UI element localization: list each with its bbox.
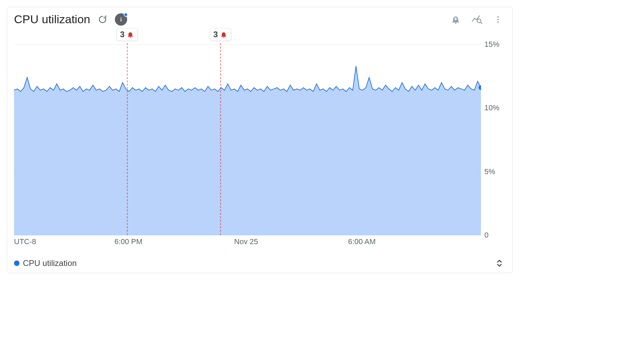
y-tick-label: 15% bbox=[484, 40, 499, 49]
chart-svg bbox=[14, 28, 481, 235]
chart-header: CPU utilization bbox=[14, 13, 506, 26]
alert-count: 3 bbox=[120, 30, 124, 39]
svg-point-6 bbox=[497, 16, 499, 17]
y-tick-label: 5% bbox=[484, 167, 495, 176]
bell-icon bbox=[220, 31, 227, 38]
svg-point-8 bbox=[497, 21, 499, 23]
svg-point-7 bbox=[497, 18, 499, 20]
legend-item[interactable]: CPU utilization bbox=[14, 258, 77, 268]
svg-rect-1 bbox=[121, 19, 122, 22]
svg-rect-3 bbox=[454, 18, 457, 19]
timezone-label: UTC-8 bbox=[14, 237, 36, 246]
header-left: CPU utilization bbox=[14, 13, 127, 26]
x-tick-label: 6:00 AM bbox=[348, 237, 376, 246]
legend-dot-icon bbox=[14, 260, 19, 266]
y-axis: 05%10%15% bbox=[481, 28, 506, 235]
chart-plot[interactable]: 33 bbox=[14, 28, 481, 235]
notification-dot-icon bbox=[124, 13, 128, 17]
svg-point-0 bbox=[120, 17, 121, 18]
legend-label: CPU utilization bbox=[23, 258, 77, 268]
alert-count: 3 bbox=[213, 30, 218, 39]
expand-legend-icon[interactable] bbox=[493, 257, 506, 269]
y-tick-label: 10% bbox=[484, 103, 499, 112]
x-tick-label: 6:00 PM bbox=[115, 237, 143, 246]
add-alert-icon[interactable] bbox=[450, 13, 462, 26]
legend: CPU utilization bbox=[14, 251, 506, 269]
alert-annotation-badge[interactable]: 3 bbox=[210, 28, 231, 41]
metrics-explorer-icon[interactable] bbox=[471, 13, 483, 26]
info-icon[interactable] bbox=[115, 13, 127, 26]
alert-annotation[interactable]: 3 bbox=[210, 28, 231, 235]
alert-annotation[interactable]: 3 bbox=[116, 28, 138, 235]
more-options-icon[interactable] bbox=[492, 13, 504, 26]
chart-title: CPU utilization bbox=[14, 13, 90, 26]
alert-annotation-line bbox=[220, 43, 221, 235]
chart-card: CPU utilization bbox=[7, 7, 513, 273]
header-right bbox=[450, 13, 506, 26]
svg-line-5 bbox=[481, 22, 482, 24]
alert-annotation-badge[interactable]: 3 bbox=[116, 28, 138, 41]
chart-area: 33 05%10%15% bbox=[14, 28, 506, 235]
alert-annotation-line bbox=[127, 43, 128, 235]
bell-icon bbox=[126, 31, 134, 38]
x-tick-label: Nov 25 bbox=[234, 237, 258, 246]
refresh-icon[interactable] bbox=[96, 13, 109, 26]
x-axis: UTC-8 6:00 PMNov 256:00 AM bbox=[14, 237, 506, 251]
